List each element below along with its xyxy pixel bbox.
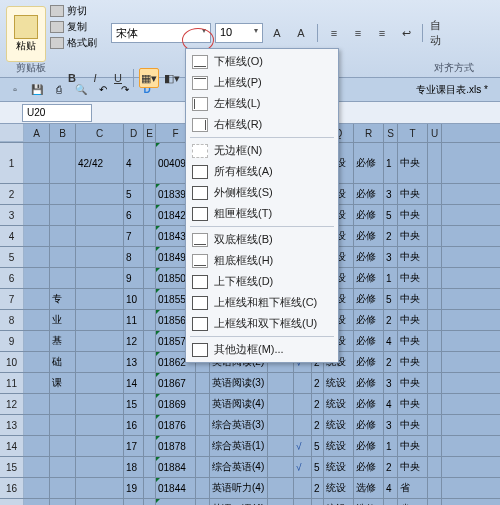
cell[interactable]: 2 (384, 310, 398, 330)
cell[interactable]: 统设 (324, 457, 354, 477)
cell[interactable] (428, 373, 442, 393)
cell[interactable]: 1 (384, 143, 398, 183)
cell[interactable] (76, 310, 124, 330)
cell[interactable]: 42/42 (76, 143, 124, 183)
auto-button[interactable]: 自动 (429, 23, 449, 43)
cell[interactable] (76, 373, 124, 393)
cell[interactable]: 必修 (354, 143, 384, 183)
cell[interactable] (428, 310, 442, 330)
cell[interactable] (144, 352, 156, 372)
cell[interactable]: 19 (124, 478, 144, 498)
new-icon[interactable]: ▫ (6, 81, 24, 99)
cell[interactable]: 中央 (398, 394, 428, 414)
row-header[interactable]: 14 (0, 436, 24, 456)
column-header-B[interactable]: B (50, 124, 76, 142)
cell[interactable] (428, 143, 442, 183)
cell[interactable] (76, 478, 124, 498)
cell[interactable]: 必修 (354, 415, 384, 435)
cell[interactable] (24, 478, 50, 498)
cell[interactable] (428, 289, 442, 309)
cell[interactable] (50, 184, 76, 204)
row-header[interactable]: 6 (0, 268, 24, 288)
cell[interactable]: 01869 (156, 394, 196, 414)
cell[interactable] (268, 373, 294, 393)
cell[interactable]: 必修 (354, 247, 384, 267)
cell[interactable]: 基 (50, 331, 76, 351)
cell[interactable] (428, 184, 442, 204)
border-menu-item[interactable]: 上框线(P) (186, 72, 338, 93)
cell[interactable]: 1 (384, 268, 398, 288)
cell[interactable] (24, 331, 50, 351)
cell[interactable] (76, 226, 124, 246)
cell[interactable]: 01846 (156, 499, 196, 505)
cell[interactable] (144, 143, 156, 183)
border-menu-item[interactable]: 双底框线(B) (186, 229, 338, 250)
cell[interactable]: 必修 (354, 289, 384, 309)
row-header[interactable]: 3 (0, 205, 24, 225)
cell[interactable]: 4 (384, 331, 398, 351)
border-menu-item[interactable]: 无边框(N) (186, 140, 338, 161)
align-right-button[interactable]: ≡ (372, 23, 392, 43)
cell[interactable]: 必修 (354, 373, 384, 393)
cell[interactable]: 5 (384, 289, 398, 309)
cell[interactable]: 中央 (398, 268, 428, 288)
cell[interactable]: 5 (384, 205, 398, 225)
cell[interactable]: 10 (124, 289, 144, 309)
borders-button[interactable]: ▦▾ (139, 68, 159, 88)
cell[interactable] (428, 226, 442, 246)
column-header-T[interactable]: T (398, 124, 428, 142)
cell[interactable] (144, 499, 156, 505)
cell[interactable] (428, 499, 442, 505)
font-name-select[interactable]: 宋体 (111, 23, 211, 43)
row-header[interactable]: 16 (0, 478, 24, 498)
column-header-D[interactable]: D (124, 124, 144, 142)
cell[interactable]: 省 (398, 478, 428, 498)
cell[interactable]: 6 (384, 499, 398, 505)
cell[interactable] (144, 394, 156, 414)
cell[interactable]: 4 (384, 394, 398, 414)
align-center-button[interactable]: ≡ (348, 23, 368, 43)
row-header[interactable]: 1 (0, 143, 24, 183)
cell[interactable] (428, 436, 442, 456)
cell[interactable] (50, 415, 76, 435)
cell[interactable]: 17 (124, 436, 144, 456)
cell[interactable]: 础 (50, 352, 76, 372)
wrap-button[interactable]: ↩ (396, 23, 416, 43)
cell[interactable] (24, 352, 50, 372)
border-menu-item[interactable]: 右框线(R) (186, 114, 338, 135)
cell[interactable]: 必修 (354, 352, 384, 372)
cell[interactable] (268, 478, 294, 498)
cell[interactable] (268, 457, 294, 477)
column-header-A[interactable]: A (24, 124, 50, 142)
cell[interactable]: 6 (124, 205, 144, 225)
cell[interactable] (428, 247, 442, 267)
save-icon[interactable]: 💾 (28, 81, 46, 99)
border-menu-item[interactable]: 左框线(L) (186, 93, 338, 114)
cell[interactable] (76, 436, 124, 456)
row-header[interactable]: 13 (0, 415, 24, 435)
cell[interactable]: 01844 (156, 478, 196, 498)
cell[interactable] (294, 373, 312, 393)
cell[interactable]: 2 (384, 352, 398, 372)
cell[interactable] (268, 436, 294, 456)
cell[interactable]: 01876 (156, 415, 196, 435)
cell[interactable]: 12 (124, 331, 144, 351)
cell[interactable] (144, 373, 156, 393)
cell[interactable] (76, 268, 124, 288)
cell[interactable] (50, 247, 76, 267)
cell[interactable]: 统设 (324, 373, 354, 393)
cell[interactable] (24, 226, 50, 246)
cell[interactable]: 2 (384, 457, 398, 477)
cell[interactable]: 必修 (354, 184, 384, 204)
cell[interactable] (50, 457, 76, 477)
cell[interactable]: 3 (384, 373, 398, 393)
cell[interactable] (50, 143, 76, 183)
cell[interactable] (196, 436, 210, 456)
cell[interactable] (144, 457, 156, 477)
cell[interactable]: 中央 (398, 184, 428, 204)
cell[interactable] (196, 373, 210, 393)
cell[interactable]: 5 (124, 184, 144, 204)
cell[interactable] (24, 205, 50, 225)
paste-button[interactable]: 粘贴 (6, 6, 46, 62)
cell[interactable]: 2 (312, 373, 324, 393)
